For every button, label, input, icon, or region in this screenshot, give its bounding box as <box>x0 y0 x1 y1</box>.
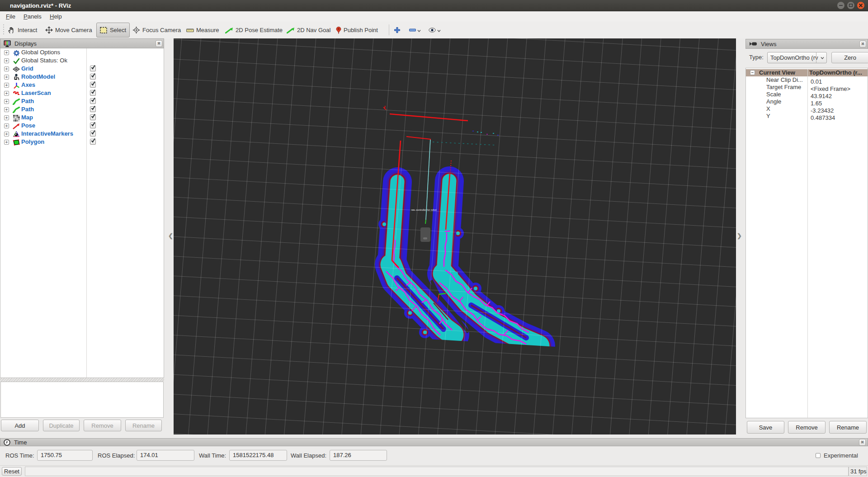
svg-text:wa. controller for robot: wa. controller for robot <box>411 208 437 211</box>
